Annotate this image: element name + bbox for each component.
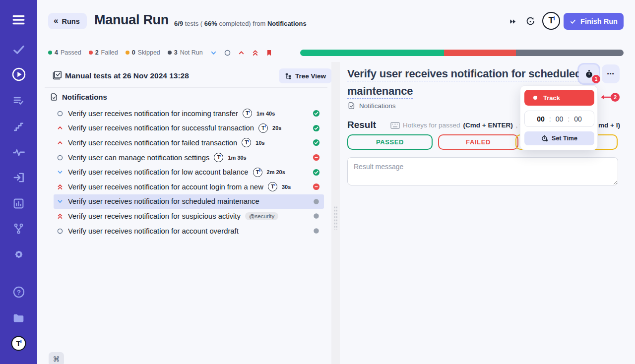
- testomat-logo[interactable]: T: [542, 12, 560, 30]
- sidebar-item-analytics[interactable]: [0, 194, 37, 212]
- sidebar-item-pulse[interactable]: [0, 143, 37, 161]
- test-row[interactable]: Verify user receives notification for sc…: [54, 194, 324, 209]
- svg-text:T: T: [16, 339, 20, 348]
- tests-fraction: 6/9: [174, 20, 183, 27]
- status-passed-icon: [313, 169, 320, 176]
- fast-forward-icon[interactable]: [507, 16, 518, 26]
- priority-highest-icon: [57, 183, 64, 190]
- testomat-test-icon: T: [242, 138, 251, 147]
- result-failed-button[interactable]: FAILED: [438, 134, 518, 150]
- filter-chevron-down-icon[interactable]: [209, 49, 217, 57]
- sidebar-item-help[interactable]: ?: [0, 283, 37, 301]
- pulse-icon: [12, 147, 25, 158]
- test-duration: 10s: [255, 140, 264, 146]
- status-notrun-icon: [313, 212, 320, 220]
- filter-bookmark-icon[interactable]: [265, 49, 273, 57]
- notrun-dot-icon: [168, 51, 172, 55]
- breadcrumb[interactable]: Notifications: [348, 102, 396, 110]
- sidebar-item-branches[interactable]: [0, 220, 37, 238]
- filter-circle-icon[interactable]: [223, 49, 231, 57]
- rerun-timer-icon[interactable]: [525, 16, 536, 26]
- set-time-button[interactable]: Set Time: [524, 131, 594, 145]
- status-failed-icon: [313, 183, 320, 190]
- suite-group-notifications[interactable]: Notifications: [50, 93, 107, 101]
- skipped-dot-icon: [126, 51, 129, 55]
- back-to-runs-button[interactable]: « Runs: [48, 13, 87, 29]
- test-title: Verify user receives notification for su…: [68, 212, 241, 220]
- colon: :: [549, 115, 551, 123]
- percent-completed: 66%: [204, 20, 217, 27]
- import-icon: [12, 171, 25, 184]
- priority-filters: [209, 49, 273, 57]
- testomat-test-icon: T: [258, 123, 268, 133]
- sidebar-logo[interactable]: T: [0, 334, 37, 352]
- passed-dot-icon: [48, 51, 52, 55]
- divider: [45, 87, 327, 88]
- menu-icon: [12, 14, 25, 26]
- status-passed-icon: [313, 124, 320, 132]
- run-stats: 6/9 tests ( 66% completed) from Notifica…: [174, 20, 307, 27]
- settings-icon: [12, 248, 25, 261]
- sidebar-item-import[interactable]: [0, 169, 37, 186]
- minutes-field[interactable]: 00: [556, 115, 564, 123]
- logo-tick: [554, 16, 555, 20]
- test-row[interactable]: Verify user can manage notification sett…: [54, 150, 324, 165]
- filter-double-chevron-up-icon[interactable]: [251, 49, 259, 57]
- test-row[interactable]: Verify user receives notification for su…: [54, 209, 324, 224]
- sidebar-item-menu[interactable]: [0, 11, 37, 29]
- sidebar-item-milestones[interactable]: [0, 118, 37, 135]
- progress-notrun-segment: [516, 50, 624, 56]
- test-row[interactable]: Verify user receives notification for ac…: [54, 180, 324, 194]
- testomat-test-icon: T: [268, 182, 277, 191]
- sidebar-item-projects[interactable]: [0, 309, 37, 327]
- runs-icon: [11, 67, 26, 82]
- timer-popup: Track 00 : 00 : 00 Set Time: [520, 85, 598, 150]
- set-time-label: Set Time: [552, 135, 577, 142]
- hours-field[interactable]: 00: [537, 115, 545, 123]
- hotkey-suffix: md + I): [598, 121, 620, 129]
- analytics-icon: [12, 197, 25, 210]
- breadcrumb-label: Notifications: [359, 102, 396, 110]
- back-label: Runs: [62, 17, 79, 25]
- filter-chevron-up-icon[interactable]: [237, 49, 245, 57]
- track-button[interactable]: Track: [524, 90, 594, 106]
- priority-highest-icon: [57, 213, 64, 220]
- test-row[interactable]: Verify user receives notification for su…: [54, 121, 324, 136]
- finish-run-label: Finish Run: [580, 17, 618, 25]
- sidebar-item-runs[interactable]: [0, 65, 37, 83]
- summary-failed: 2Failed: [89, 49, 118, 56]
- status-failed-icon: [313, 154, 320, 161]
- test-row[interactable]: Verify user receives notification for in…: [54, 106, 324, 121]
- checklist-icon: [52, 70, 63, 82]
- test-title: Verify user receives notification for in…: [68, 110, 238, 118]
- result-message-input[interactable]: [347, 157, 618, 185]
- splitter-grip[interactable]: [334, 206, 338, 230]
- keyboard-shortcuts-button[interactable]: ⌘: [49, 352, 64, 364]
- milestones-icon: [12, 121, 25, 133]
- sidebar-item-tests[interactable]: [0, 41, 37, 59]
- more-actions-button[interactable]: ⋯: [602, 64, 620, 83]
- test-row[interactable]: Verify user receives notification for lo…: [54, 165, 324, 180]
- result-passed-button[interactable]: PASSED: [347, 134, 433, 150]
- hotkeys-text: Hotkeys for passed: [403, 121, 460, 129]
- test-row[interactable]: Verify user receives notification for fa…: [54, 135, 324, 150]
- failed-dot-icon: [89, 51, 93, 55]
- finish-run-button[interactable]: Finish Run: [564, 13, 624, 30]
- test-row[interactable]: Verify user receives notification for ac…: [54, 224, 324, 239]
- tree-view-button[interactable]: Tree View: [279, 68, 332, 83]
- logo-icon: T: [11, 336, 26, 351]
- panel-splitter: [331, 62, 340, 364]
- svg-text:?: ?: [16, 289, 20, 296]
- testomat-test-icon: T: [243, 109, 252, 118]
- sidebar-item-test-plans[interactable]: [0, 92, 37, 110]
- priority-none-icon: [57, 154, 64, 161]
- track-label: Track: [543, 94, 560, 102]
- sidebar-item-settings[interactable]: [0, 245, 37, 263]
- priority-low-icon: [57, 198, 64, 205]
- testomat-test-icon: T: [253, 168, 262, 177]
- logo-letter: T: [549, 15, 554, 26]
- page-title: Manual Run: [94, 12, 169, 28]
- status-passed-icon: [313, 139, 320, 146]
- colon: :: [568, 115, 570, 123]
- seconds-field[interactable]: 00: [574, 115, 582, 123]
